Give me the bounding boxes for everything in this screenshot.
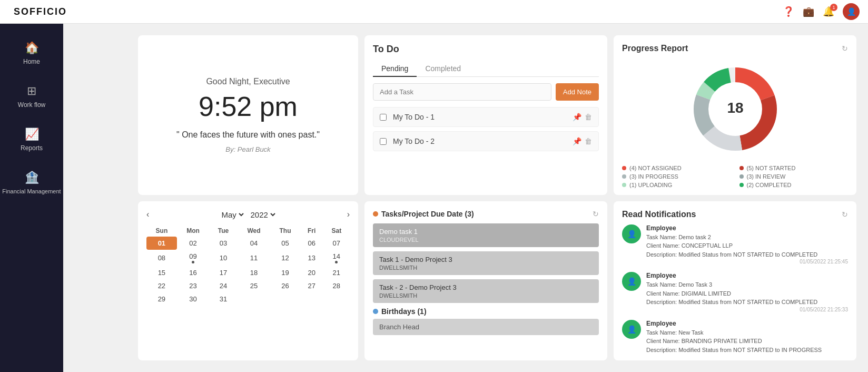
notification-badge: 1 bbox=[830, 4, 837, 11]
calendar-day[interactable]: 27 bbox=[300, 279, 323, 292]
notif-text-1: Task Name: Demo task 2 Client Name: CONC… bbox=[646, 233, 848, 259]
task-card-2-sub: DWELLSMITH bbox=[379, 265, 593, 271]
todo-item-1: My To Do - 1 📌 🗑 bbox=[373, 107, 599, 127]
time-display: 9:52 pm bbox=[199, 91, 298, 122]
task-card-1-title: Demo task 1 bbox=[379, 228, 593, 236]
calendar-day[interactable] bbox=[238, 292, 270, 306]
calendar-day[interactable]: 02 bbox=[177, 237, 210, 250]
birthdays-title-row: Birthdays (1) bbox=[373, 307, 599, 316]
calendar-month-select[interactable]: May bbox=[220, 210, 245, 220]
cal-header-sun: Sun bbox=[146, 225, 177, 237]
calendar-day[interactable]: 29 bbox=[146, 292, 177, 306]
calendar-day[interactable]: 11 bbox=[238, 250, 270, 266]
cal-header-tue: Tue bbox=[209, 225, 238, 237]
todo-checkbox-1[interactable] bbox=[380, 114, 387, 121]
calendar-next-button[interactable]: › bbox=[347, 210, 350, 219]
tasks-refresh-icon[interactable]: ↻ bbox=[593, 210, 599, 218]
reports-icon: 📈 bbox=[25, 128, 39, 141]
calendar-year-select[interactable]: 2022 bbox=[249, 210, 277, 220]
calendar-day[interactable]: 06 bbox=[300, 237, 323, 250]
quote-author: By: Pearl Buck bbox=[225, 145, 270, 153]
progress-legend: (4) NOT ASSIGNED (5) NOT STARTED (3) IN … bbox=[622, 165, 848, 188]
legend-dot-not-started bbox=[739, 166, 744, 170]
calendar-day[interactable]: 17 bbox=[209, 266, 238, 279]
calendar-day[interactable]: 19 bbox=[270, 266, 300, 279]
calendar-day[interactable]: 14 bbox=[323, 250, 350, 266]
calendar-day[interactable]: 24 bbox=[209, 279, 238, 292]
legend-dot-not-assigned bbox=[622, 166, 626, 170]
notif-avatar-3: 👤 bbox=[622, 320, 641, 339]
sidebar-item-reports[interactable]: 📈 Reports bbox=[0, 118, 63, 161]
legend-in-progress: (3) IN PROGRESS bbox=[622, 173, 731, 180]
calendar-day[interactable]: 08 bbox=[146, 250, 177, 266]
delete-icon-1[interactable]: 🗑 bbox=[585, 113, 592, 121]
cal-header-fri: Fri bbox=[300, 225, 323, 237]
calendar-day[interactable]: 25 bbox=[238, 279, 270, 292]
progress-refresh-icon[interactable]: ↻ bbox=[842, 44, 848, 53]
help-icon[interactable]: ❓ bbox=[783, 6, 794, 17]
calendar-day[interactable]: 16 bbox=[177, 266, 210, 279]
calendar-day[interactable]: 13 bbox=[300, 250, 323, 266]
home-icon: 🏠 bbox=[25, 41, 39, 55]
tab-pending[interactable]: Pending bbox=[373, 61, 417, 77]
notification-item-2: 👤 Employee Task Name: Demo Task 3 Client… bbox=[622, 272, 848, 312]
todo-actions-1: 📌 🗑 bbox=[573, 113, 592, 121]
sidebar-item-home[interactable]: 🏠 Home bbox=[0, 32, 63, 75]
calendar-day[interactable]: 15 bbox=[146, 266, 177, 279]
tasks-panel: Tasks/Project Due Date (3) ↻ Demo task 1… bbox=[364, 201, 607, 361]
sidebar-item-home-label: Home bbox=[23, 58, 40, 65]
calendar-day[interactable]: 09 bbox=[177, 250, 210, 266]
calendar-day[interactable]: 22 bbox=[146, 279, 177, 292]
notifications-refresh-icon[interactable]: ↻ bbox=[842, 210, 848, 219]
calendar-day[interactable]: 03 bbox=[209, 237, 238, 250]
legend-completed: (2) COMPLETED bbox=[739, 182, 849, 188]
legend-not-started: (5) NOT STARTED bbox=[739, 165, 849, 171]
todo-item-label-2: My To Do - 2 bbox=[393, 137, 573, 145]
sidebar-item-workflow[interactable]: ⊞ Work flow bbox=[0, 75, 63, 118]
calendar-day[interactable]: 31 bbox=[209, 292, 238, 306]
calendar-prev-button[interactable]: ‹ bbox=[146, 210, 149, 219]
calendar-day[interactable]: 28 bbox=[323, 279, 350, 292]
notifications-title: Read Notifications bbox=[622, 210, 696, 219]
calendar-day[interactable]: 07 bbox=[323, 237, 350, 250]
greeting-text: Good Night, Executive bbox=[206, 77, 290, 86]
calendar-day[interactable]: 30 bbox=[177, 292, 210, 306]
notification-icon[interactable]: 🔔 1 bbox=[823, 6, 834, 17]
calendar-day[interactable]: 12 bbox=[270, 250, 300, 266]
notif-content-1: Employee Task Name: Demo task 2 Client N… bbox=[646, 224, 848, 265]
calendar-day[interactable]: 10 bbox=[209, 250, 238, 266]
calendar-day[interactable] bbox=[270, 292, 300, 306]
financial-icon: 🏦 bbox=[25, 171, 39, 184]
pin-icon-2[interactable]: 📌 bbox=[573, 137, 581, 145]
calendar-day[interactable]: 23 bbox=[177, 279, 210, 292]
calendar-day[interactable]: 04 bbox=[238, 237, 270, 250]
todo-checkbox-2[interactable] bbox=[380, 138, 387, 145]
calendar-day[interactable]: 26 bbox=[270, 279, 300, 292]
calendar-day[interactable]: 18 bbox=[238, 266, 270, 279]
avatar[interactable]: 👤 bbox=[843, 3, 860, 20]
sidebar-item-financial[interactable]: 🏦 Financial Management bbox=[0, 161, 63, 204]
briefcase-icon[interactable]: 💼 bbox=[803, 6, 814, 17]
donut-container: 18 bbox=[622, 62, 848, 156]
calendar-day[interactable]: 21 bbox=[323, 266, 350, 279]
add-task-input[interactable] bbox=[373, 83, 551, 101]
logo: SOFFICIO bbox=[14, 6, 67, 17]
legend-label-not-started: (5) NOT STARTED bbox=[747, 165, 796, 171]
notif-time-2: 01/05/2022 21:25:33 bbox=[646, 307, 848, 312]
calendar-day[interactable] bbox=[300, 292, 323, 306]
todo-item-label-1: My To Do - 1 bbox=[393, 113, 573, 121]
delete-icon-2[interactable]: 🗑 bbox=[585, 137, 592, 145]
add-note-button[interactable]: Add Note bbox=[556, 83, 599, 101]
cal-header-mon: Mon bbox=[177, 225, 210, 237]
pin-icon-1[interactable]: 📌 bbox=[573, 113, 581, 121]
calendar-day[interactable]: 20 bbox=[300, 266, 323, 279]
task-card-2-title: Task 1 - Demo Project 3 bbox=[379, 256, 593, 263]
tab-completed[interactable]: Completed bbox=[417, 61, 469, 77]
cal-header-sat: Sat bbox=[323, 225, 350, 237]
calendar-day[interactable]: 01 bbox=[146, 237, 177, 250]
calendar-day[interactable]: 05 bbox=[270, 237, 300, 250]
calendar-day[interactable] bbox=[323, 292, 350, 306]
notification-item-1: 👤 Employee Task Name: Demo task 2 Client… bbox=[622, 224, 848, 265]
tasks-title-row: Tasks/Project Due Date (3) bbox=[373, 210, 474, 218]
sidebar-item-reports-label: Reports bbox=[21, 144, 43, 152]
